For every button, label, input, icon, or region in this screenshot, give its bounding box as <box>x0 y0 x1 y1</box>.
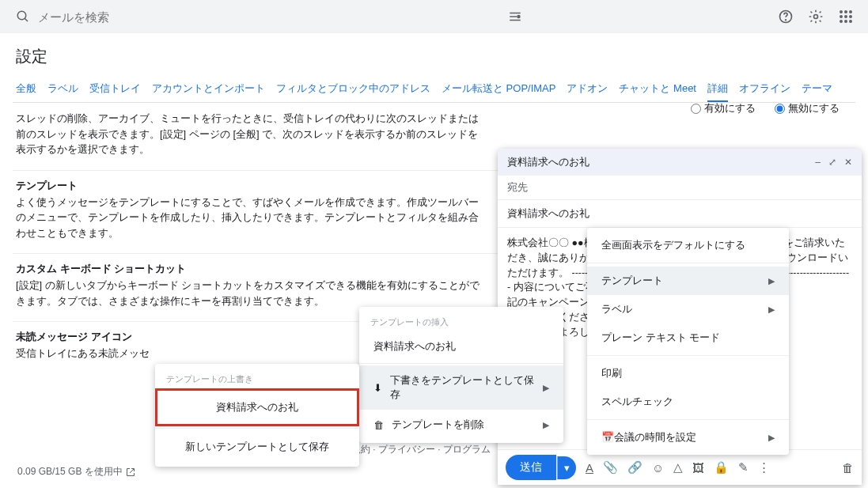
settings-tabs: 全般 ラベル 受信トレイ アカウントとインポート フィルタとブロック中のアドレス… <box>13 77 855 103</box>
search-options-icon[interactable] <box>508 9 522 24</box>
calendar-icon: 📅 <box>601 431 614 443</box>
search-input[interactable] <box>38 10 508 24</box>
menu-meeting[interactable]: 📅会議の時間を設定▶ <box>587 423 789 452</box>
radio-enable[interactable]: 有効にする <box>691 101 756 115</box>
compose-title: 資料請求へのお礼 <box>507 155 815 169</box>
autoadvance-desc: スレッドの削除、アーカイブ、ミュートを行ったときに、受信トレイの代わりに次のスレ… <box>16 111 483 157</box>
overwrite-header: テンプレートの上書き <box>155 367 359 388</box>
chevron-right-icon: ▶ <box>543 383 549 393</box>
chevron-right-icon: ▶ <box>768 433 775 443</box>
gear-icon[interactable] <box>808 9 824 25</box>
menu-label[interactable]: ラベル▶ <box>587 295 789 323</box>
svg-point-5 <box>517 16 520 18</box>
shortcut-desc: [設定] の新しいタブからキーボード ショートカットをカスタマイズできる機能を有… <box>16 278 483 308</box>
page-title: 設定 <box>16 46 855 67</box>
svg-line-1 <box>25 18 28 21</box>
overwrite-template-item[interactable]: 資料請求へのお礼 <box>155 388 359 426</box>
svg-point-7 <box>786 20 787 21</box>
tab-theme[interactable]: テーマ <box>802 77 832 102</box>
search-box[interactable] <box>8 5 530 28</box>
top-bar <box>0 0 868 33</box>
menu-print[interactable]: 印刷 <box>587 359 789 388</box>
compose-subject-field[interactable]: 資料請求へのお礼 <box>498 200 862 228</box>
lock-icon[interactable]: 🔒 <box>714 460 729 475</box>
menu-plaintext[interactable]: プレーン テキスト モード <box>587 323 789 352</box>
send-button[interactable]: 送信 <box>506 455 556 480</box>
submenu-template-item[interactable]: 資料請求へのお礼 <box>359 331 563 361</box>
submenu-insert-header: テンプレートの挿入 <box>359 310 563 331</box>
tab-addons[interactable]: アドオン <box>567 77 608 102</box>
tab-accounts[interactable]: アカウントとインポート <box>152 77 265 102</box>
tab-labels[interactable]: ラベル <box>47 77 78 102</box>
link-icon[interactable]: 🔗 <box>627 460 642 475</box>
submenu-save-draft[interactable]: ⬇下書きをテンプレートとして保存 ▶ <box>359 365 563 410</box>
attach-icon[interactable]: 📎 <box>603 460 618 475</box>
chevron-right-icon: ▶ <box>543 420 549 430</box>
menu-template[interactable]: テンプレート▶ <box>587 267 789 295</box>
open-icon[interactable] <box>126 467 135 477</box>
compose-more-menu: 全画面表示をデフォルトにする テンプレート▶ ラベル▶ プレーン テキスト モー… <box>587 228 789 455</box>
tab-forwarding[interactable]: メール転送と POP/IMAP <box>442 77 555 102</box>
compose-window-controls: – ⤢ ✕ <box>815 157 852 168</box>
tab-inbox[interactable]: 受信トレイ <box>89 77 141 102</box>
close-icon[interactable]: ✕ <box>844 157 852 168</box>
expand-icon[interactable]: ⤢ <box>828 157 836 168</box>
pen-icon[interactable]: ✎ <box>738 460 749 475</box>
template-overwrite-submenu: テンプレートの上書き 資料請求へのお礼 新しいテンプレートとして保存 <box>155 364 359 467</box>
save-icon: ⬇ <box>373 382 382 394</box>
compose-to-field[interactable]: 宛先 <box>498 176 862 200</box>
drive-icon[interactable]: △ <box>673 460 683 475</box>
svg-point-0 <box>17 11 26 20</box>
tab-chat[interactable]: チャットと Meet <box>619 77 696 102</box>
send-more-button[interactable]: ▾ <box>557 456 576 479</box>
image-icon[interactable]: 🖼 <box>692 461 704 475</box>
tab-advanced[interactable]: 詳細 <box>707 77 728 102</box>
trash-icon: 🗑 <box>373 419 384 431</box>
format-icon[interactable]: A <box>586 461 593 475</box>
submenu-delete[interactable]: 🗑テンプレートを削除 ▶ <box>359 410 563 440</box>
menu-spellcheck[interactable]: スペルチェック <box>587 388 789 416</box>
top-right-icons <box>778 9 860 25</box>
more-icon[interactable]: ⋮ <box>758 460 770 475</box>
help-icon[interactable] <box>778 9 794 25</box>
tab-offline[interactable]: オフライン <box>739 77 790 102</box>
search-icon <box>16 9 30 24</box>
autoadvance-radios: 有効にする 無効にする <box>691 101 840 115</box>
minimize-icon[interactable]: – <box>815 157 821 168</box>
template-submenu: テンプレートの挿入 資料請求へのお礼 ⬇下書きをテンプレートとして保存 ▶ 🗑テ… <box>359 307 563 443</box>
emoji-icon[interactable]: ☺ <box>652 461 664 475</box>
apps-icon[interactable] <box>838 9 854 25</box>
save-new-template[interactable]: 新しいテンプレートとして保存 <box>155 430 359 463</box>
chevron-right-icon: ▶ <box>768 276 775 286</box>
template-desc: よく使うメッセージをテンプレートにすることで、すばやくメールを作成できます。作成… <box>16 195 483 241</box>
trash-icon[interactable]: 🗑 <box>842 461 854 475</box>
compose-header[interactable]: 資料請求へのお礼 – ⤢ ✕ <box>498 149 862 176</box>
footer-storage: 0.09 GB/15 GB を使用中 <box>13 459 140 485</box>
svg-point-8 <box>814 15 818 19</box>
radio-disable[interactable]: 無効にする <box>775 101 840 115</box>
menu-fullscreen[interactable]: 全画面表示をデフォルトにする <box>587 231 789 259</box>
tab-general[interactable]: 全般 <box>16 77 36 102</box>
chevron-right-icon: ▶ <box>768 305 775 315</box>
tab-filters[interactable]: フィルタとブロック中のアドレス <box>276 77 430 102</box>
